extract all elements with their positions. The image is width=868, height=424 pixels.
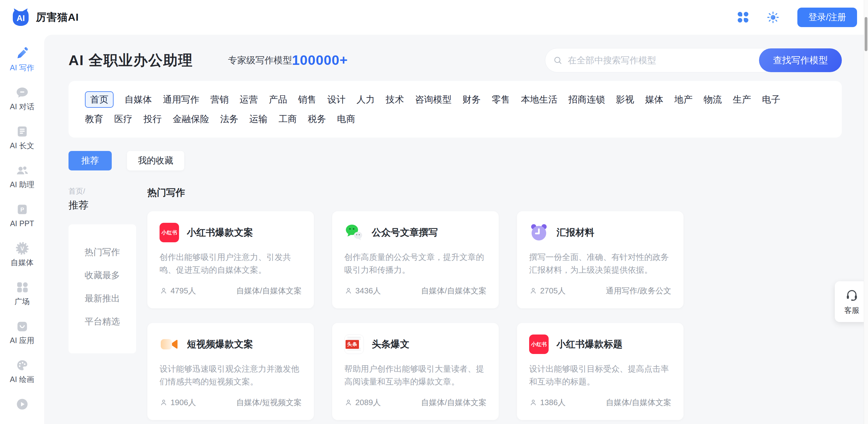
category-link-19[interactable]: 生产 (733, 93, 751, 106)
xiaohongshu-icon: 小红书 (529, 334, 549, 354)
category-link-18[interactable]: 物流 (704, 93, 722, 106)
category-link-4[interactable]: 法务 (220, 112, 238, 126)
category-link-14[interactable]: 招商连锁 (568, 93, 605, 106)
app-logo-icon[interactable]: AI (11, 8, 30, 27)
category-link-17[interactable]: 地产 (674, 93, 693, 106)
sidebar-item-label: 自媒体 (11, 258, 33, 267)
sidebar-item-ai-longform[interactable]: AI 长文 (0, 125, 44, 150)
card-user-count: 4795人 (159, 286, 196, 296)
category-link-8[interactable]: 电商 (337, 112, 355, 126)
user-icon (159, 398, 168, 406)
card-category: 自媒体/自媒体文案 (236, 286, 302, 296)
category-link-2[interactable]: 投行 (144, 112, 162, 126)
models-subtitle: 专家级写作模型 (228, 54, 292, 67)
find-models-button[interactable]: 查找写作模型 (759, 48, 842, 72)
sidebar-item-self-media[interactable]: V自媒体 (0, 242, 44, 267)
subnav-item-2[interactable]: 最新推出 (68, 287, 136, 310)
svg-text:P: P (20, 206, 24, 213)
breadcrumb[interactable]: 首页/ (68, 186, 136, 196)
card-description: 撰写一份全面、准确、有针对性的政务汇报材料，为上级决策提供依据。 (529, 251, 671, 276)
category-link-15[interactable]: 影视 (616, 93, 634, 106)
subnav-item-0[interactable]: 热门写作 (68, 241, 136, 264)
sidebar-item-ai-chat[interactable]: AI 对话 (0, 86, 44, 111)
category-link-5[interactable]: 产品 (269, 93, 287, 106)
category-row-1: 首页自媒体通用写作营销运营产品销售设计人力技术咨询模型财务零售本地生活招商连锁影… (85, 91, 826, 108)
model-card[interactable]: 汇报材料 撰写一份全面、准确、有针对性的政务汇报材料，为上级决策提供依据。 27… (517, 211, 683, 308)
user-icon (529, 398, 537, 406)
tab-recommend[interactable]: 推荐 (68, 151, 112, 170)
category-link-10[interactable]: 咨询模型 (415, 93, 452, 106)
sidebar-item-video[interactable] (0, 397, 44, 411)
user-icon (344, 398, 352, 406)
card-description: 设计出能够吸引目标受众、提高点击率和互动率的标题。 (529, 362, 671, 388)
category-link-6[interactable]: 销售 (298, 93, 316, 106)
card-category: 通用写作/政务公文 (606, 286, 671, 296)
category-link-7[interactable]: 设计 (327, 93, 346, 106)
category-link-1[interactable]: 自媒体 (125, 93, 152, 106)
category-link-13[interactable]: 本地生活 (521, 93, 557, 106)
sidebar-item-label: AI 绘画 (10, 375, 34, 384)
model-card[interactable]: 短视频爆款文案 设计能够迅速吸引观众注意力并激发他们情感共鸣的短视频文案。 19… (147, 323, 314, 420)
wechat-icon (344, 223, 364, 242)
scrollbar-track (864, 0, 868, 424)
grid-icon (16, 281, 29, 294)
category-link-16[interactable]: 媒体 (645, 93, 663, 106)
category-link-0[interactable]: 首页 (85, 91, 114, 108)
logo-text: AI (17, 14, 25, 23)
category-link-11[interactable]: 财务 (462, 93, 481, 106)
section-title: 热门写作 (147, 186, 683, 199)
sidebar-item-ai-apps[interactable]: AI 应用 (0, 320, 44, 345)
category-link-20[interactable]: 电子 (762, 93, 780, 106)
palette-icon (16, 359, 29, 372)
category-link-6[interactable]: 工商 (279, 112, 297, 126)
scrollbar-thumb[interactable] (865, 17, 867, 51)
subnav-item-3[interactable]: 平台精选 (68, 310, 136, 333)
user-icon (159, 287, 168, 295)
model-card[interactable]: 小红书 小红书爆款文案 创作出能够吸引用户注意力、引发共鸣、促进互动的自媒体文案… (147, 211, 314, 308)
category-link-1[interactable]: 医疗 (114, 112, 132, 126)
category-link-7[interactable]: 税务 (308, 112, 326, 126)
category-row-2: 教育医疗投行金融保险法务运输工商税务电商 (85, 111, 826, 127)
page-title: AI 全职业办公助理 (68, 51, 193, 70)
category-link-9[interactable]: 技术 (386, 93, 404, 106)
user-icon (529, 287, 537, 295)
search-icon (553, 55, 563, 65)
category-link-12[interactable]: 零售 (492, 93, 510, 106)
models-count-group: 专家级写作模型 100000+ (228, 52, 348, 68)
category-link-3[interactable]: 金融保险 (173, 112, 209, 126)
category-link-2[interactable]: 通用写作 (163, 93, 199, 106)
card-title: 头条爆文 (372, 338, 409, 351)
category-link-0[interactable]: 教育 (85, 112, 103, 126)
sidebar-item-plaza[interactable]: 广场 (0, 281, 44, 306)
model-card[interactable]: 公众号文章撰写 创作高质量的公众号文章，提升文章的吸引力和传播力。 3436人 … (332, 211, 499, 308)
category-link-3[interactable]: 营销 (210, 93, 229, 106)
model-card[interactable]: 头条 头条爆文 帮助用户创作出能够吸引大量读者、提高阅读量和互动率的爆款文章。 … (332, 323, 499, 420)
card-category: 自媒体/自媒体文案 (421, 286, 487, 296)
headset-icon (845, 288, 859, 302)
category-link-8[interactable]: 人力 (356, 93, 375, 106)
model-card[interactable]: 小红书 小红书爆款标题 设计出能够吸引目标受众、提高点击率和互动率的标题。 13… (517, 323, 683, 420)
toutiao-icon: 头条 (344, 334, 364, 354)
xiaohongshu-icon: 小红书 (159, 223, 179, 242)
apps-grid-icon[interactable] (738, 12, 749, 23)
models-count: 100000+ (292, 52, 348, 68)
login-register-button[interactable]: 登录/注册 (797, 8, 857, 27)
pen-icon: estination (16, 47, 29, 60)
theme-sun-icon[interactable] (766, 11, 780, 24)
subnav-item-1[interactable]: 收藏最多 (68, 264, 136, 287)
sidebar-item-ai-ppt[interactable]: PAI PPT (0, 203, 44, 228)
doc-icon (16, 125, 29, 138)
sidebar-item-label: AI 长文 (10, 141, 34, 150)
tab-favorites[interactable]: 我的收藏 (127, 151, 184, 170)
v-badge-icon: V (16, 242, 29, 255)
customer-service-button[interactable]: 客服 (835, 281, 868, 322)
sidebar-item-ai-writing[interactable]: estination AI 写作 (0, 47, 44, 72)
search-input[interactable] (545, 48, 775, 72)
sidebar-item-ai-painting[interactable]: AI 绘画 (0, 359, 44, 384)
sidebar-item-ai-assistant[interactable]: AI 助理 (0, 164, 44, 189)
service-label: 客服 (844, 305, 860, 315)
card-title: 公众号文章撰写 (372, 226, 438, 239)
sidebar-item-label: AI PPT (10, 219, 34, 228)
category-link-5[interactable]: 运输 (249, 112, 268, 126)
category-link-4[interactable]: 运营 (240, 93, 258, 106)
